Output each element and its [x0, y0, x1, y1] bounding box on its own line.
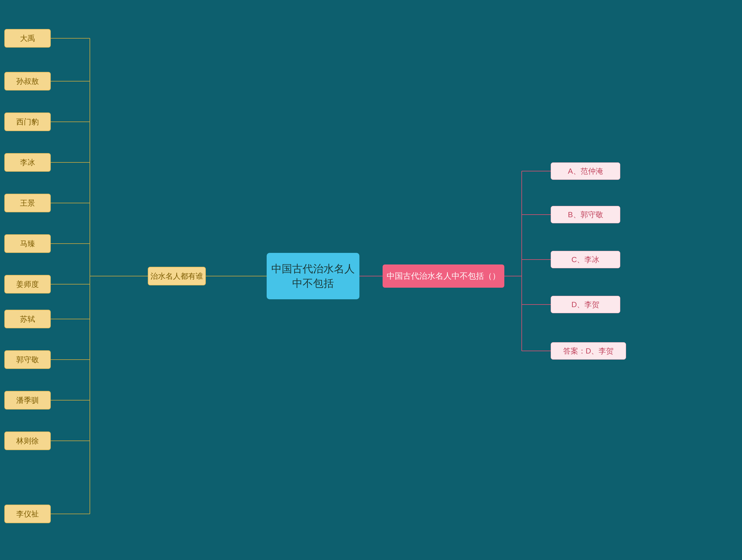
main-node: 中国古代治水名人中不包括 — [267, 253, 359, 299]
left-node-1: 孙叔敖 — [4, 72, 51, 91]
left-node-6: 姜师度 — [4, 275, 51, 294]
answer-node-2: C、李冰 — [551, 251, 620, 268]
left-node-11: 李仪祉 — [4, 505, 51, 523]
left-node-7: 苏轼 — [4, 310, 51, 328]
left-node-5: 马臻 — [4, 234, 51, 253]
left-node-3: 李冰 — [4, 153, 51, 172]
left-node-10: 林则徐 — [4, 431, 51, 450]
left-node-9: 潘季驯 — [4, 391, 51, 409]
answer-node-0: A、范仲淹 — [551, 162, 620, 180]
answer-node-final: 答案：D、李贺 — [551, 342, 626, 360]
left-node-4: 王景 — [4, 194, 51, 212]
connector-node: 治水名人都有谁 — [148, 267, 206, 285]
connections-svg — [0, 0, 742, 560]
answer-node-1: B、郭守敬 — [551, 206, 620, 223]
left-node-2: 西门豹 — [4, 112, 51, 131]
left-node-8: 郭守敬 — [4, 350, 51, 369]
answer-node-3: D、李贺 — [551, 296, 620, 313]
mind-map: 大禹 孙叔敖 西门豹 李冰 王景 马臻 姜师度 苏轼 郭守敬 潘季驯 林则徐 李… — [0, 0, 742, 560]
left-node-0: 大禹 — [4, 29, 51, 48]
question-node: 中国古代治水名人中不包括（） — [383, 264, 504, 288]
